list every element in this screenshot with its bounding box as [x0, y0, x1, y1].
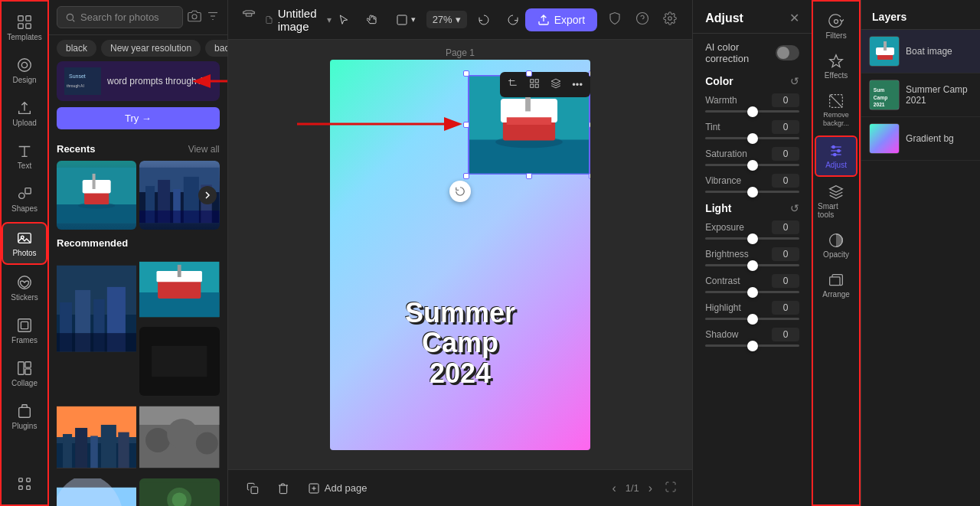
next-page-btn[interactable]: ›	[645, 478, 655, 498]
layer-item-text[interactable]: Sum Camp 2021 Summer Camp 2021	[861, 73, 980, 117]
warmth-slider-row: Warmth 0	[705, 93, 799, 113]
rec-photo-ocean[interactable]	[139, 255, 219, 324]
refresh-icon-btn[interactable]	[449, 181, 471, 202]
brightness-slider[interactable]	[705, 264, 799, 266]
view-all-button[interactable]: View all	[188, 144, 220, 155]
redo-btn[interactable]	[501, 10, 525, 30]
opacity-tool[interactable]: Opacity	[815, 227, 858, 265]
prev-page-btn[interactable]: ‹	[609, 478, 619, 498]
smart-tools-tool[interactable]: Smart tools	[815, 178, 858, 225]
smart-tools-label: Smart tools	[818, 202, 854, 219]
tint-thumb[interactable]	[747, 133, 758, 144]
layers-icon-btn[interactable]	[546, 75, 566, 94]
tag-black[interactable]: black	[57, 40, 96, 57]
saturation-slider[interactable]	[705, 164, 799, 166]
shield-icon-btn[interactable]	[605, 8, 625, 31]
effects-tool[interactable]: Effects	[815, 47, 858, 86]
camera-icon-btn[interactable]	[188, 9, 201, 26]
shadow-slider[interactable]	[705, 344, 799, 347]
color-reset-icon[interactable]: ↺	[790, 75, 799, 87]
close-adjust-btn[interactable]: ✕	[789, 11, 799, 25]
sidebar-label-stickers: Stickers	[11, 293, 38, 302]
copy-btn[interactable]	[240, 478, 265, 498]
brightness-thumb[interactable]	[747, 260, 758, 271]
warmth-thumb[interactable]	[747, 106, 758, 117]
ai-color-toggle[interactable]	[776, 45, 799, 60]
svg-point-113	[834, 153, 836, 155]
sidebar-item-frames[interactable]: Frames	[2, 311, 47, 351]
doc-title[interactable]: Untitled image ▾	[265, 7, 332, 33]
hand-tool-btn[interactable]	[361, 10, 385, 30]
rec-photo-dark[interactable]	[139, 327, 219, 396]
tint-slider[interactable]	[705, 137, 799, 139]
layer-item-bg[interactable]: Gradient bg	[861, 117, 980, 161]
contrast-slider[interactable]	[705, 291, 799, 293]
adjust-tool[interactable]: Adjust	[815, 135, 858, 177]
saturation-thumb[interactable]	[747, 160, 758, 171]
svg-rect-94	[507, 117, 552, 125]
highlight-thumb[interactable]	[747, 314, 758, 325]
frame-tool-btn[interactable]: ▾	[390, 10, 422, 30]
light-reset-icon[interactable]: ↺	[790, 202, 799, 214]
svg-rect-28	[64, 67, 101, 95]
svg-marker-99	[551, 79, 560, 83]
rec-photo-city2[interactable]	[57, 399, 136, 475]
highlight-slider-row: Highlight 0	[705, 301, 799, 320]
panel-scroll-area: Recents View all	[49, 135, 227, 506]
svg-rect-124	[870, 124, 900, 154]
svg-point-111	[832, 145, 835, 148]
sidebar-item-stickers[interactable]: Stickers	[2, 268, 47, 308]
sidebar-item-photos[interactable]: Photos	[2, 222, 47, 265]
layers-panel: Layers Boat image Sum Camp 202	[861, 0, 980, 506]
home-icon-btn[interactable]	[240, 9, 257, 30]
filter-icon-btn[interactable]	[206, 9, 220, 26]
next-icon-btn[interactable]	[198, 186, 217, 204]
canvas-text[interactable]: Summer Camp 2024	[405, 298, 515, 389]
exposure-thumb[interactable]	[747, 233, 758, 244]
layer-item-boat[interactable]: Boat image	[861, 30, 980, 73]
svg-rect-100	[251, 487, 258, 494]
rec-photo-food[interactable]	[139, 478, 219, 506]
help-icon-btn[interactable]	[632, 8, 652, 31]
vibrance-thumb[interactable]	[747, 187, 758, 198]
select-tool-btn[interactable]	[332, 10, 356, 30]
tag-bac[interactable]: bac	[205, 40, 227, 57]
vibrance-slider[interactable]	[705, 191, 799, 193]
filters-tool[interactable]: Filters	[815, 8, 858, 46]
sidebar-item-text[interactable]: Text	[2, 136, 47, 176]
rec-photo-abstract[interactable]	[57, 478, 136, 506]
search-input[interactable]: Search for photos	[57, 6, 183, 28]
sidebar-item-plugins[interactable]: Plugins	[2, 397, 47, 436]
arrange-tool[interactable]: Arrange	[815, 266, 858, 305]
sidebar-item-design[interactable]: Design	[2, 51, 47, 90]
expand-btn[interactable]	[662, 478, 680, 499]
sidebar-label-plugins: Plugins	[12, 422, 38, 430]
tag-new-year[interactable]: New year resolution	[101, 40, 201, 57]
delete-btn[interactable]	[271, 478, 296, 498]
sidebar-item-more[interactable]	[2, 469, 47, 498]
zoom-control[interactable]: 27% ▾	[426, 11, 467, 28]
svg-rect-83	[397, 15, 407, 24]
sidebar-item-upload[interactable]: Upload	[2, 93, 47, 133]
try-button[interactable]: Try →	[57, 107, 220, 129]
sidebar-item-templates[interactable]: Templates	[2, 8, 47, 47]
grid-arrange-icon-btn[interactable]	[524, 75, 544, 94]
remove-bg-tool[interactable]: Remove backgr...	[815, 87, 858, 134]
export-button[interactable]: Export	[525, 8, 597, 31]
sidebar-item-shapes[interactable]: Shapes	[2, 179, 47, 219]
sidebar-item-collage[interactable]: Collage	[2, 354, 47, 393]
settings-icon-btn[interactable]	[660, 8, 680, 31]
contrast-thumb[interactable]	[747, 287, 758, 298]
rec-photo-stone[interactable]	[139, 399, 219, 475]
exposure-slider[interactable]	[705, 237, 799, 240]
warmth-slider[interactable]	[705, 110, 799, 113]
recent-photo-boat[interactable]	[57, 161, 136, 230]
shadow-thumb[interactable]	[747, 341, 758, 351]
undo-btn[interactable]	[472, 10, 496, 30]
add-page-button[interactable]: Add page	[302, 478, 374, 498]
more-icon-btn[interactable]: •••	[567, 76, 587, 93]
recent-photo-city[interactable]	[139, 161, 219, 230]
highlight-slider[interactable]	[705, 318, 799, 320]
rec-photo-skyline[interactable]	[57, 255, 136, 362]
crop-icon-btn[interactable]	[503, 75, 523, 94]
